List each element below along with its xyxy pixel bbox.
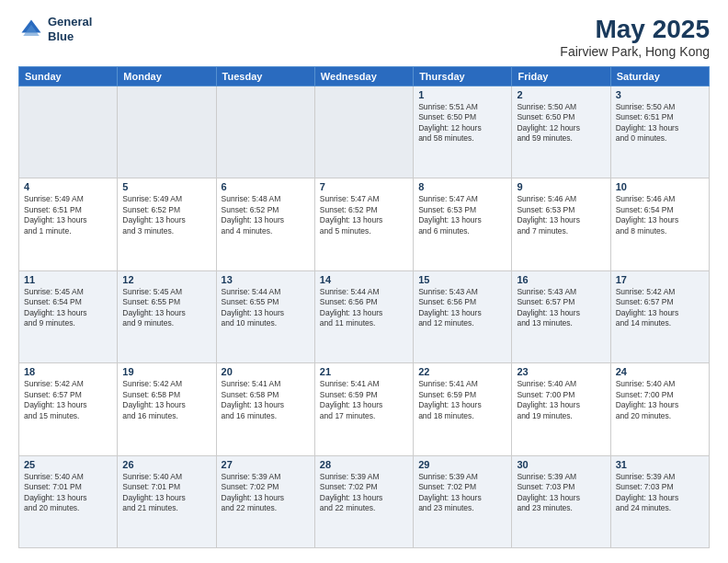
cell-info: Sunrise: 5:43 AM Sunset: 6:56 PM Dayligh… <box>418 287 506 329</box>
day-number: 10 <box>616 181 704 192</box>
cell-info: Sunrise: 5:46 AM Sunset: 6:54 PM Dayligh… <box>616 194 704 236</box>
cell-info: Sunrise: 5:44 AM Sunset: 6:56 PM Dayligh… <box>320 287 408 329</box>
calendar-cell <box>19 86 118 178</box>
calendar-cell: 24Sunrise: 5:40 AM Sunset: 7:00 PM Dayli… <box>610 363 709 455</box>
cell-info: Sunrise: 5:41 AM Sunset: 6:59 PM Dayligh… <box>320 379 408 421</box>
calendar-cell: 29Sunrise: 5:39 AM Sunset: 7:02 PM Dayli… <box>414 455 512 547</box>
day-number: 19 <box>122 366 210 377</box>
calendar-cell <box>216 86 314 178</box>
calendar-cell: 27Sunrise: 5:39 AM Sunset: 7:02 PM Dayli… <box>216 455 314 547</box>
day-number: 18 <box>24 366 112 377</box>
calendar-cell: 2Sunrise: 5:50 AM Sunset: 6:50 PM Daylig… <box>512 86 610 178</box>
calendar-cell: 19Sunrise: 5:42 AM Sunset: 6:58 PM Dayli… <box>118 363 216 455</box>
cell-info: Sunrise: 5:49 AM Sunset: 6:51 PM Dayligh… <box>24 194 112 236</box>
day-number: 24 <box>616 366 704 377</box>
calendar-cell: 21Sunrise: 5:41 AM Sunset: 6:59 PM Dayli… <box>314 363 413 455</box>
cell-info: Sunrise: 5:39 AM Sunset: 7:02 PM Dayligh… <box>418 472 506 514</box>
day-number: 9 <box>517 181 605 192</box>
header: General Blue May 2025 Fairview Park, Hon… <box>18 15 710 59</box>
cell-info: Sunrise: 5:49 AM Sunset: 6:52 PM Dayligh… <box>122 194 210 236</box>
day-number: 21 <box>320 366 408 377</box>
day-number: 23 <box>517 366 605 377</box>
calendar-cell: 1Sunrise: 5:51 AM Sunset: 6:50 PM Daylig… <box>414 86 512 178</box>
cell-info: Sunrise: 5:40 AM Sunset: 7:01 PM Dayligh… <box>122 472 210 514</box>
day-number: 5 <box>122 181 210 192</box>
day-number: 8 <box>418 181 506 192</box>
cell-info: Sunrise: 5:39 AM Sunset: 7:02 PM Dayligh… <box>222 472 310 514</box>
week-row-2: 4Sunrise: 5:49 AM Sunset: 6:51 PM Daylig… <box>19 178 710 270</box>
day-number: 2 <box>517 89 605 100</box>
calendar-cell: 7Sunrise: 5:47 AM Sunset: 6:52 PM Daylig… <box>314 178 413 270</box>
cell-info: Sunrise: 5:40 AM Sunset: 7:01 PM Dayligh… <box>24 472 112 514</box>
day-number: 30 <box>517 459 605 470</box>
calendar-cell: 8Sunrise: 5:47 AM Sunset: 6:53 PM Daylig… <box>414 178 512 270</box>
calendar-cell: 30Sunrise: 5:39 AM Sunset: 7:03 PM Dayli… <box>512 455 610 547</box>
cell-info: Sunrise: 5:43 AM Sunset: 6:57 PM Dayligh… <box>517 287 605 329</box>
calendar-cell: 6Sunrise: 5:48 AM Sunset: 6:52 PM Daylig… <box>216 178 314 270</box>
calendar-cell: 15Sunrise: 5:43 AM Sunset: 6:56 PM Dayli… <box>414 270 512 362</box>
calendar-cell <box>314 86 413 178</box>
day-number: 7 <box>320 181 408 192</box>
calendar-cell: 17Sunrise: 5:42 AM Sunset: 6:57 PM Dayli… <box>610 270 709 362</box>
cell-info: Sunrise: 5:45 AM Sunset: 6:55 PM Dayligh… <box>122 287 210 329</box>
week-row-1: 1Sunrise: 5:51 AM Sunset: 6:50 PM Daylig… <box>19 86 710 178</box>
calendar-cell: 25Sunrise: 5:40 AM Sunset: 7:01 PM Dayli… <box>19 455 118 547</box>
day-number: 31 <box>616 459 704 470</box>
day-header-friday: Friday <box>512 67 610 86</box>
cell-info: Sunrise: 5:40 AM Sunset: 7:00 PM Dayligh… <box>517 379 605 421</box>
subtitle: Fairview Park, Hong Kong <box>560 44 710 59</box>
calendar-cell: 13Sunrise: 5:44 AM Sunset: 6:55 PM Dayli… <box>216 270 314 362</box>
cell-info: Sunrise: 5:47 AM Sunset: 6:53 PM Dayligh… <box>418 194 506 236</box>
main-title: May 2025 <box>560 15 710 44</box>
cell-info: Sunrise: 5:51 AM Sunset: 6:50 PM Dayligh… <box>418 102 506 144</box>
week-row-5: 25Sunrise: 5:40 AM Sunset: 7:01 PM Dayli… <box>19 455 710 547</box>
day-number: 14 <box>320 274 408 285</box>
cell-info: Sunrise: 5:50 AM Sunset: 6:50 PM Dayligh… <box>517 102 605 144</box>
cell-info: Sunrise: 5:46 AM Sunset: 6:53 PM Dayligh… <box>517 194 605 236</box>
day-header-tuesday: Tuesday <box>216 67 314 86</box>
day-number: 28 <box>320 459 408 470</box>
calendar-cell: 18Sunrise: 5:42 AM Sunset: 6:57 PM Dayli… <box>19 363 118 455</box>
cell-info: Sunrise: 5:48 AM Sunset: 6:52 PM Dayligh… <box>222 194 310 236</box>
day-number: 16 <box>517 274 605 285</box>
cell-info: Sunrise: 5:41 AM Sunset: 6:59 PM Dayligh… <box>418 379 506 421</box>
calendar-cell: 3Sunrise: 5:50 AM Sunset: 6:51 PM Daylig… <box>610 86 709 178</box>
calendar-cell: 16Sunrise: 5:43 AM Sunset: 6:57 PM Dayli… <box>512 270 610 362</box>
day-header-sunday: Sunday <box>19 67 118 86</box>
day-number: 29 <box>418 459 506 470</box>
cell-info: Sunrise: 5:47 AM Sunset: 6:52 PM Dayligh… <box>320 194 408 236</box>
calendar-cell: 22Sunrise: 5:41 AM Sunset: 6:59 PM Dayli… <box>414 363 512 455</box>
cell-info: Sunrise: 5:39 AM Sunset: 7:03 PM Dayligh… <box>616 472 704 514</box>
day-header-saturday: Saturday <box>610 67 709 86</box>
cell-info: Sunrise: 5:39 AM Sunset: 7:03 PM Dayligh… <box>517 472 605 514</box>
calendar-cell: 5Sunrise: 5:49 AM Sunset: 6:52 PM Daylig… <box>118 178 216 270</box>
day-header-monday: Monday <box>118 67 216 86</box>
day-number: 17 <box>616 274 704 285</box>
day-number: 1 <box>418 89 506 100</box>
day-number: 13 <box>222 274 310 285</box>
cell-info: Sunrise: 5:39 AM Sunset: 7:02 PM Dayligh… <box>320 472 408 514</box>
cell-info: Sunrise: 5:42 AM Sunset: 6:57 PM Dayligh… <box>24 379 112 421</box>
cell-info: Sunrise: 5:41 AM Sunset: 6:58 PM Dayligh… <box>222 379 310 421</box>
calendar-cell: 4Sunrise: 5:49 AM Sunset: 6:51 PM Daylig… <box>19 178 118 270</box>
day-number: 20 <box>222 366 310 377</box>
calendar-cell: 12Sunrise: 5:45 AM Sunset: 6:55 PM Dayli… <box>118 270 216 362</box>
calendar-cell <box>118 86 216 178</box>
day-number: 12 <box>122 274 210 285</box>
day-number: 11 <box>24 274 112 285</box>
calendar-cell: 14Sunrise: 5:44 AM Sunset: 6:56 PM Dayli… <box>314 270 413 362</box>
cell-info: Sunrise: 5:42 AM Sunset: 6:58 PM Dayligh… <box>122 379 210 421</box>
calendar-cell: 26Sunrise: 5:40 AM Sunset: 7:01 PM Dayli… <box>118 455 216 547</box>
cell-info: Sunrise: 5:50 AM Sunset: 6:51 PM Dayligh… <box>616 102 704 144</box>
logo-icon <box>18 17 44 42</box>
calendar-cell: 31Sunrise: 5:39 AM Sunset: 7:03 PM Dayli… <box>610 455 709 547</box>
calendar-header-row: SundayMondayTuesdayWednesdayThursdayFrid… <box>19 67 710 86</box>
calendar-cell: 9Sunrise: 5:46 AM Sunset: 6:53 PM Daylig… <box>512 178 610 270</box>
calendar-cell: 28Sunrise: 5:39 AM Sunset: 7:02 PM Dayli… <box>314 455 413 547</box>
calendar-cell: 11Sunrise: 5:45 AM Sunset: 6:54 PM Dayli… <box>19 270 118 362</box>
cell-info: Sunrise: 5:45 AM Sunset: 6:54 PM Dayligh… <box>24 287 112 329</box>
page: General Blue May 2025 Fairview Park, Hon… <box>0 0 728 563</box>
week-row-3: 11Sunrise: 5:45 AM Sunset: 6:54 PM Dayli… <box>19 270 710 362</box>
logo: General Blue <box>18 15 92 43</box>
calendar-cell: 23Sunrise: 5:40 AM Sunset: 7:00 PM Dayli… <box>512 363 610 455</box>
